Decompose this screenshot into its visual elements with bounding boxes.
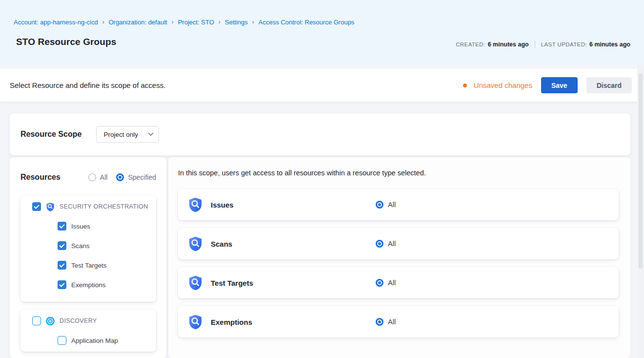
access-label: All [388, 201, 396, 209]
resource-group-header: SECURITY ORCHESTRATION [26, 201, 150, 212]
access-radio-button[interactable] [376, 240, 383, 248]
resource-child-label[interactable]: Scans [71, 242, 90, 250]
breadcrumb-separator-icon: › [219, 18, 221, 26]
sto-shield-icon [46, 202, 55, 211]
breadcrumb-separator-icon: › [252, 18, 254, 26]
resource-scope-select[interactable]: Project only [96, 126, 159, 143]
breadcrumb: Account: app-harness-ng-cicd›Organizatio… [14, 19, 630, 26]
resource-child-row: Exemptions [58, 279, 150, 290]
last-updated-value: 6 minutes ago [589, 41, 630, 48]
resource-child-label[interactable]: Exemptions [71, 281, 106, 289]
resource-type-label: Test Targets [211, 279, 376, 287]
group-checkbox[interactable] [32, 202, 41, 211]
toolbar: Select Resource and define its scope of … [0, 69, 644, 102]
breadcrumb-link[interactable]: Access Control: Resource Groups [259, 19, 355, 26]
resource-child-label[interactable]: Application Map [71, 337, 118, 344]
sto-shield-icon [188, 197, 202, 212]
resources-sidebar: Resources AllSpecified SECURITY ORCHESTR… [10, 157, 166, 358]
resource-groups: SECURITY ORCHESTRATIONIssuesScansTest Ta… [20, 195, 156, 352]
resource-type-card: ScansAll [178, 228, 619, 259]
resource-group-header: DISCOVERY [26, 316, 150, 326]
radio-label: All [100, 173, 108, 181]
sto-shield-icon [188, 236, 202, 252]
child-checkbox[interactable] [58, 261, 66, 270]
resource-child-label[interactable]: Test Targets [71, 262, 107, 269]
access-label: All [388, 279, 396, 287]
unsaved-changes-label: Unsaved changes [474, 81, 532, 89]
child-checkbox[interactable] [58, 280, 66, 289]
breadcrumb-link[interactable]: Organization: default [109, 19, 167, 26]
page: Account: app-harness-ng-cicd›Organizatio… [0, 0, 644, 358]
resource-scope-label: Resource Scope [20, 130, 81, 139]
last-updated-label: LAST UPDATED: [541, 42, 587, 47]
resources-mode-option-specified[interactable]: Specified [116, 173, 156, 181]
resource-child-row: Test Targets [58, 260, 150, 271]
created-value: 6 minutes ago [488, 41, 529, 48]
content-area: Resource Scope Project only Resources Al… [0, 102, 644, 358]
resource-type-card: IssuesAll [178, 189, 619, 220]
access-radio-option[interactable]: All [376, 201, 396, 209]
discovery-icon [46, 316, 55, 326]
access-radio-option[interactable]: All [376, 240, 396, 248]
group-checkbox[interactable] [32, 316, 41, 325]
sto-shield-icon [188, 275, 202, 291]
chevron-down-icon [148, 132, 154, 136]
resource-type-card: ExemptionsAll [178, 306, 619, 337]
resource-child-row: Application Map [58, 335, 150, 346]
access-label: All [388, 318, 396, 326]
header-meta: CREATED: 6 minutes ago LAST UPDATED: 6 m… [456, 41, 630, 48]
resource-child-row: Scans [58, 240, 150, 251]
resources-title: Resources [20, 173, 60, 182]
resource-child-row: Issues [58, 221, 150, 232]
unsaved-dot-icon [463, 84, 467, 87]
child-checkbox[interactable] [58, 241, 66, 250]
meta-divider [535, 41, 535, 48]
access-label: All [388, 240, 396, 248]
resource-scope-selected-value: Project only [103, 131, 138, 138]
resource-cards: IssuesAllScansAllTest TargetsAllExemptio… [178, 189, 619, 337]
access-radio-option[interactable]: All [376, 279, 396, 287]
resource-type-label: Issues [211, 201, 376, 209]
discard-button[interactable]: Discard [586, 77, 632, 93]
save-button[interactable]: Save [541, 77, 578, 93]
resource-type-card: Test TargetsAll [178, 267, 619, 298]
radio-button[interactable] [88, 173, 96, 181]
sto-shield-icon [188, 314, 202, 330]
breadcrumb-separator-icon: › [172, 18, 174, 26]
resource-type-label: Exemptions [211, 318, 376, 326]
resource-child-label[interactable]: Issues [71, 223, 90, 230]
scrollbar-track [637, 65, 644, 358]
breadcrumb-link[interactable]: Project: STO [178, 19, 214, 26]
scrollbar-thumb[interactable] [639, 73, 643, 269]
access-radio-option[interactable]: All [376, 318, 396, 326]
breadcrumb-separator-icon: › [102, 18, 104, 26]
created-label: CREATED: [456, 42, 485, 47]
resources-mode-radio-group: AllSpecified [88, 173, 156, 181]
breadcrumb-link[interactable]: Settings [225, 19, 248, 26]
radio-button[interactable] [116, 173, 124, 181]
scope-description: In this scope, users get access to all r… [178, 169, 619, 177]
breadcrumb-link[interactable]: Account: app-harness-ng-cicd [14, 19, 98, 26]
child-checkbox[interactable] [58, 222, 66, 231]
resources-header: Resources AllSpecified [20, 172, 156, 183]
access-radio-button[interactable] [376, 318, 383, 326]
radio-label: Specified [128, 173, 156, 181]
resource-type-label: Scans [211, 240, 376, 248]
resource-group-label[interactable]: DISCOVERY [60, 317, 97, 324]
access-radio-button[interactable] [376, 279, 383, 287]
page-header: Account: app-harness-ng-cicd›Organizatio… [0, 0, 644, 65]
resource-group-card: DISCOVERYApplication Map [20, 310, 156, 352]
resource-group-label[interactable]: SECURITY ORCHESTRATION [60, 203, 148, 210]
scope-detail-panel: In this scope, users get access to all r… [168, 157, 630, 358]
unsaved-changes-indicator: Unsaved changes [463, 81, 532, 89]
toolbar-description: Select Resource and define its scope of … [10, 81, 463, 89]
panels: Resources AllSpecified SECURITY ORCHESTR… [10, 157, 630, 358]
resource-scope-card: Resource Scope Project only [10, 113, 630, 155]
resources-mode-option-all[interactable]: All [88, 173, 108, 181]
child-checkbox[interactable] [58, 336, 66, 345]
resource-group-card: SECURITY ORCHESTRATIONIssuesScansTest Ta… [20, 195, 156, 302]
access-radio-button[interactable] [376, 201, 383, 209]
